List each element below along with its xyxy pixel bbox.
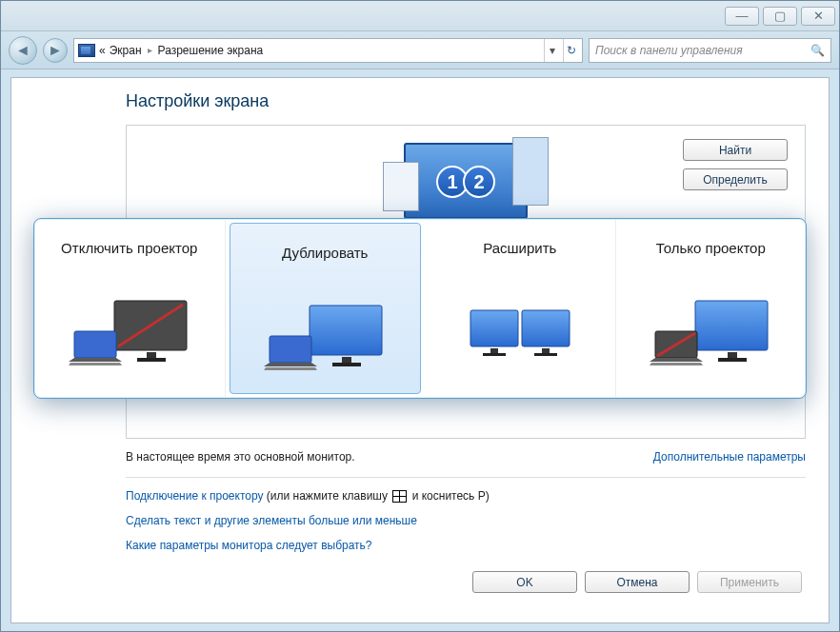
- cancel-button[interactable]: Отмена: [585, 571, 690, 593]
- monitor-layout[interactable]: 1 2: [404, 143, 528, 219]
- svg-rect-10: [270, 336, 311, 363]
- projector-option-label: Расширить: [483, 240, 556, 276]
- help-links: Подключение к проектору (или нажмите кла…: [126, 477, 806, 552]
- svg-rect-4: [74, 331, 116, 358]
- connect-projector-hint-2: и коснитесь P): [409, 489, 489, 503]
- display-icon: [78, 44, 95, 57]
- connect-projector-link[interactable]: Подключение к проектору: [126, 489, 264, 503]
- svg-rect-14: [522, 310, 570, 346]
- text-size-link[interactable]: Сделать текст и другие элементы больше и…: [126, 514, 417, 527]
- svg-rect-18: [534, 353, 557, 356]
- svg-rect-2: [137, 358, 166, 362]
- titlebar: — ▢ ✕: [1, 1, 839, 31]
- address-bar: ◄ ► « Экран ▸ Разрешение экрана ▾ ↻ Поис…: [1, 31, 839, 69]
- svg-rect-13: [470, 310, 518, 346]
- svg-rect-21: [718, 358, 747, 362]
- projector-option-duplicate[interactable]: Дублировать: [230, 223, 422, 394]
- breadcrumb-dropdown[interactable]: ▾: [544, 39, 559, 62]
- chevron-right-icon: ▸: [148, 45, 152, 55]
- search-placeholder: Поиск в панели управления: [595, 44, 743, 57]
- close-button[interactable]: ✕: [801, 7, 835, 26]
- find-button[interactable]: Найти: [683, 139, 788, 161]
- footer-buttons: OK Отмена Применить: [126, 571, 806, 593]
- search-icon[interactable]: 🔍: [810, 44, 825, 57]
- connect-projector-hint: (или нажмите клавишу: [264, 489, 391, 503]
- advanced-settings-link[interactable]: Дополнительные параметры: [653, 450, 806, 464]
- refresh-button[interactable]: ↻: [563, 39, 578, 62]
- svg-rect-1: [147, 352, 156, 358]
- projector-option-label: Только проектор: [656, 240, 766, 276]
- projector-option-label: Отключить проектор: [61, 240, 197, 276]
- maximize-button[interactable]: ▢: [763, 7, 797, 26]
- duplicate-icon: [238, 296, 413, 372]
- svg-rect-9: [332, 363, 361, 366]
- svg-marker-5: [69, 358, 122, 362]
- dual-monitor-icon: 1 2: [404, 143, 528, 219]
- svg-rect-19: [695, 301, 768, 350]
- identify-button[interactable]: Определить: [683, 168, 788, 190]
- breadcrumb-input[interactable]: « Экран ▸ Разрешение экрана ▾ ↻: [73, 38, 583, 63]
- svg-marker-24: [650, 358, 703, 362]
- svg-rect-17: [542, 348, 550, 353]
- breadcrumb-item[interactable]: Разрешение экрана: [158, 44, 264, 57]
- svg-marker-6: [69, 363, 122, 365]
- apply-button[interactable]: Применить: [697, 571, 802, 593]
- svg-rect-8: [342, 357, 351, 363]
- projector-only-icon: [624, 291, 799, 367]
- which-settings-link[interactable]: Какие параметры монитора следует выбрать…: [126, 539, 372, 552]
- disconnect-projector-icon: [42, 291, 217, 367]
- svg-rect-16: [483, 353, 506, 356]
- explorer-window: — ▢ ✕ ◄ ► « Экран ▸ Разрешение экрана ▾ …: [0, 0, 840, 632]
- ok-button[interactable]: OK: [472, 571, 577, 593]
- breadcrumb-item[interactable]: Экран: [110, 44, 142, 57]
- nav-back-button[interactable]: ◄: [9, 36, 37, 65]
- primary-monitor-label: В настоящее время это основной монитор.: [126, 450, 355, 464]
- windows-key-icon: [392, 490, 407, 503]
- nav-forward-button[interactable]: ►: [43, 38, 68, 63]
- breadcrumb-back: «: [99, 44, 106, 57]
- svg-marker-11: [264, 363, 317, 366]
- projector-option-extend[interactable]: Расширить: [425, 219, 616, 398]
- page-title: Настройки экрана: [126, 91, 806, 111]
- minimize-button[interactable]: —: [725, 7, 759, 26]
- projector-option-projector-only[interactable]: Только проектор: [616, 219, 807, 398]
- projector-option-label: Дублировать: [282, 245, 368, 281]
- monitor-number-2: 2: [463, 166, 495, 198]
- extend-icon: [432, 291, 608, 367]
- svg-marker-12: [264, 367, 317, 370]
- svg-marker-25: [650, 363, 703, 365]
- svg-rect-7: [310, 306, 382, 355]
- svg-rect-20: [728, 352, 737, 358]
- svg-rect-15: [490, 348, 498, 353]
- projector-option-disconnect[interactable]: Отключить проектор: [34, 219, 226, 398]
- search-input[interactable]: Поиск в панели управления 🔍: [589, 38, 831, 63]
- projector-mode-overlay: Отключить проектор Дублировать: [33, 218, 807, 399]
